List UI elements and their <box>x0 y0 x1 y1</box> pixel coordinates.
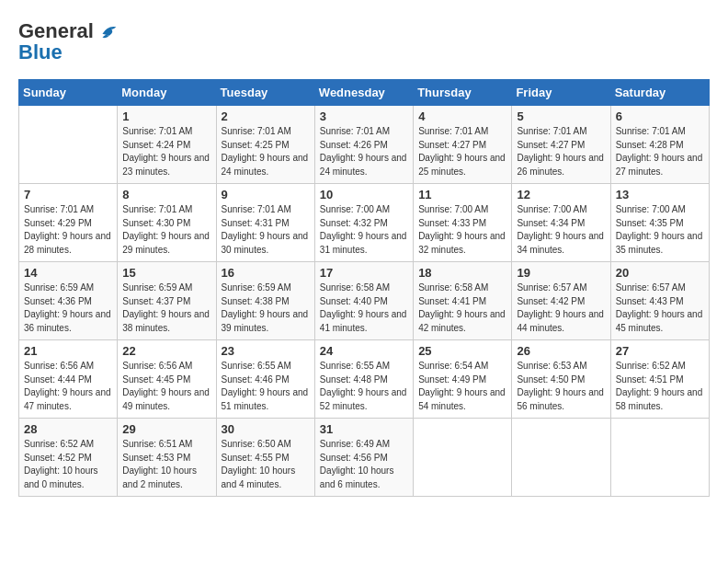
day-info: Sunrise: 6:56 AMSunset: 4:44 PMDaylight:… <box>24 360 112 413</box>
day-info: Sunrise: 6:55 AMSunset: 4:46 PMDaylight:… <box>222 360 310 413</box>
day-number: 15 <box>122 266 210 280</box>
calendar-cell: 9Sunrise: 7:01 AMSunset: 4:31 PMDaylight… <box>216 184 314 262</box>
calendar-cell: 18Sunrise: 6:58 AMSunset: 4:41 PMDayligh… <box>414 262 512 340</box>
calendar-cell: 12Sunrise: 7:00 AMSunset: 4:34 PMDayligh… <box>512 184 610 262</box>
calendar-cell: 30Sunrise: 6:50 AMSunset: 4:55 PMDayligh… <box>216 419 314 497</box>
day-number: 28 <box>24 422 112 436</box>
calendar-cell: 13Sunrise: 7:00 AMSunset: 4:35 PMDayligh… <box>610 184 709 262</box>
page-header: General Blue <box>18 18 710 64</box>
day-info: Sunrise: 6:53 AMSunset: 4:50 PMDaylight:… <box>517 360 605 413</box>
calendar-week-row: 1Sunrise: 7:01 AMSunset: 4:24 PMDaylight… <box>19 106 710 184</box>
day-info: Sunrise: 6:57 AMSunset: 4:42 PMDaylight:… <box>517 282 605 335</box>
day-number: 8 <box>122 188 210 201</box>
calendar-cell: 2Sunrise: 7:01 AMSunset: 4:25 PMDaylight… <box>216 106 314 184</box>
calendar-cell: 3Sunrise: 7:01 AMSunset: 4:26 PMDaylight… <box>314 106 413 184</box>
weekday-header-wednesday: Wednesday <box>314 80 413 106</box>
day-info: Sunrise: 6:58 AMSunset: 4:41 PMDaylight:… <box>418 282 506 335</box>
weekday-header-monday: Monday <box>118 80 216 106</box>
day-info: Sunrise: 6:52 AMSunset: 4:52 PMDaylight:… <box>24 438 112 491</box>
day-number: 20 <box>616 266 704 280</box>
day-info: Sunrise: 6:57 AMSunset: 4:43 PMDaylight:… <box>616 282 704 335</box>
calendar-cell <box>19 106 118 184</box>
calendar-cell: 25Sunrise: 6:54 AMSunset: 4:49 PMDayligh… <box>414 340 512 419</box>
calendar-cell: 24Sunrise: 6:55 AMSunset: 4:48 PMDayligh… <box>314 340 413 419</box>
day-number: 24 <box>320 344 408 358</box>
day-info: Sunrise: 7:01 AMSunset: 4:27 PMDaylight:… <box>517 125 605 178</box>
logo-bird-icon <box>96 18 121 44</box>
day-info: Sunrise: 7:00 AMSunset: 4:34 PMDaylight:… <box>517 203 605 257</box>
day-info: Sunrise: 6:58 AMSunset: 4:40 PMDaylight:… <box>320 282 408 335</box>
calendar-cell: 15Sunrise: 6:59 AMSunset: 4:37 PMDayligh… <box>118 262 216 340</box>
day-info: Sunrise: 7:01 AMSunset: 4:24 PMDaylight:… <box>122 125 210 178</box>
day-info: Sunrise: 6:51 AMSunset: 4:53 PMDaylight:… <box>122 438 210 491</box>
day-info: Sunrise: 6:59 AMSunset: 4:36 PMDaylight:… <box>24 282 112 335</box>
calendar-cell: 23Sunrise: 6:55 AMSunset: 4:46 PMDayligh… <box>216 340 314 419</box>
day-info: Sunrise: 6:59 AMSunset: 4:37 PMDaylight:… <box>122 282 210 335</box>
day-info: Sunrise: 6:49 AMSunset: 4:56 PMDaylight:… <box>320 438 408 491</box>
calendar-cell: 16Sunrise: 6:59 AMSunset: 4:38 PMDayligh… <box>216 262 314 340</box>
day-number: 19 <box>517 266 605 280</box>
calendar-cell: 21Sunrise: 6:56 AMSunset: 4:44 PMDayligh… <box>19 340 118 419</box>
calendar-cell: 22Sunrise: 6:56 AMSunset: 4:45 PMDayligh… <box>118 340 216 419</box>
day-info: Sunrise: 6:52 AMSunset: 4:51 PMDaylight:… <box>616 360 704 413</box>
calendar-week-row: 7Sunrise: 7:01 AMSunset: 4:29 PMDaylight… <box>19 184 710 262</box>
day-number: 14 <box>24 266 112 280</box>
day-number: 7 <box>24 188 112 201</box>
day-info: Sunrise: 7:00 AMSunset: 4:33 PMDaylight:… <box>418 203 506 257</box>
weekday-header-sunday: Sunday <box>19 80 118 106</box>
calendar-cell: 10Sunrise: 7:00 AMSunset: 4:32 PMDayligh… <box>314 184 413 262</box>
day-number: 5 <box>517 109 605 123</box>
calendar-cell <box>512 419 610 497</box>
day-number: 10 <box>320 188 408 201</box>
calendar-cell: 6Sunrise: 7:01 AMSunset: 4:28 PMDaylight… <box>610 106 709 184</box>
day-number: 6 <box>616 109 704 123</box>
day-number: 4 <box>418 109 506 123</box>
day-number: 3 <box>320 109 408 123</box>
day-number: 21 <box>24 344 112 358</box>
day-number: 12 <box>517 188 605 201</box>
day-number: 25 <box>418 344 506 358</box>
calendar-cell: 27Sunrise: 6:52 AMSunset: 4:51 PMDayligh… <box>610 340 709 419</box>
day-number: 9 <box>222 188 310 201</box>
calendar-cell: 19Sunrise: 6:57 AMSunset: 4:42 PMDayligh… <box>512 262 610 340</box>
day-info: Sunrise: 6:56 AMSunset: 4:45 PMDaylight:… <box>122 360 210 413</box>
calendar-cell: 11Sunrise: 7:00 AMSunset: 4:33 PMDayligh… <box>414 184 512 262</box>
day-info: Sunrise: 6:59 AMSunset: 4:38 PMDaylight:… <box>222 282 310 335</box>
day-info: Sunrise: 7:01 AMSunset: 4:28 PMDaylight:… <box>616 125 704 178</box>
calendar-cell: 4Sunrise: 7:01 AMSunset: 4:27 PMDaylight… <box>414 106 512 184</box>
calendar-cell: 17Sunrise: 6:58 AMSunset: 4:40 PMDayligh… <box>314 262 413 340</box>
calendar-cell <box>610 419 709 497</box>
day-number: 1 <box>122 109 210 123</box>
day-info: Sunrise: 6:55 AMSunset: 4:48 PMDaylight:… <box>320 360 408 413</box>
calendar-week-row: 14Sunrise: 6:59 AMSunset: 4:36 PMDayligh… <box>19 262 710 340</box>
day-number: 18 <box>418 266 506 280</box>
weekday-header-friday: Friday <box>512 80 610 106</box>
day-info: Sunrise: 6:54 AMSunset: 4:49 PMDaylight:… <box>418 360 506 413</box>
weekday-header-thursday: Thursday <box>414 80 512 106</box>
calendar-cell: 1Sunrise: 7:01 AMSunset: 4:24 PMDaylight… <box>118 106 216 184</box>
day-info: Sunrise: 7:00 AMSunset: 4:32 PMDaylight:… <box>320 203 408 257</box>
calendar-cell: 31Sunrise: 6:49 AMSunset: 4:56 PMDayligh… <box>314 419 413 497</box>
day-info: Sunrise: 7:01 AMSunset: 4:26 PMDaylight:… <box>320 125 408 178</box>
day-number: 13 <box>616 188 704 201</box>
day-number: 17 <box>320 266 408 280</box>
calendar-table: SundayMondayTuesdayWednesdayThursdayFrid… <box>18 79 710 497</box>
day-number: 11 <box>418 188 506 201</box>
day-info: Sunrise: 7:01 AMSunset: 4:31 PMDaylight:… <box>222 203 310 257</box>
day-info: Sunrise: 7:00 AMSunset: 4:35 PMDaylight:… <box>616 203 704 257</box>
weekday-header-saturday: Saturday <box>610 80 709 106</box>
calendar-cell: 29Sunrise: 6:51 AMSunset: 4:53 PMDayligh… <box>118 419 216 497</box>
day-number: 31 <box>320 422 408 436</box>
calendar-cell: 20Sunrise: 6:57 AMSunset: 4:43 PMDayligh… <box>610 262 709 340</box>
day-info: Sunrise: 7:01 AMSunset: 4:29 PMDaylight:… <box>24 203 112 257</box>
weekday-header-tuesday: Tuesday <box>216 80 314 106</box>
day-number: 16 <box>222 266 310 280</box>
day-info: Sunrise: 7:01 AMSunset: 4:27 PMDaylight:… <box>418 125 506 178</box>
logo: General Blue <box>18 18 121 64</box>
day-number: 26 <box>517 344 605 358</box>
day-number: 23 <box>222 344 310 358</box>
calendar-week-row: 28Sunrise: 6:52 AMSunset: 4:52 PMDayligh… <box>19 419 710 497</box>
day-info: Sunrise: 7:01 AMSunset: 4:25 PMDaylight:… <box>222 125 310 178</box>
weekday-header-row: SundayMondayTuesdayWednesdayThursdayFrid… <box>19 80 710 106</box>
day-number: 30 <box>222 422 310 436</box>
